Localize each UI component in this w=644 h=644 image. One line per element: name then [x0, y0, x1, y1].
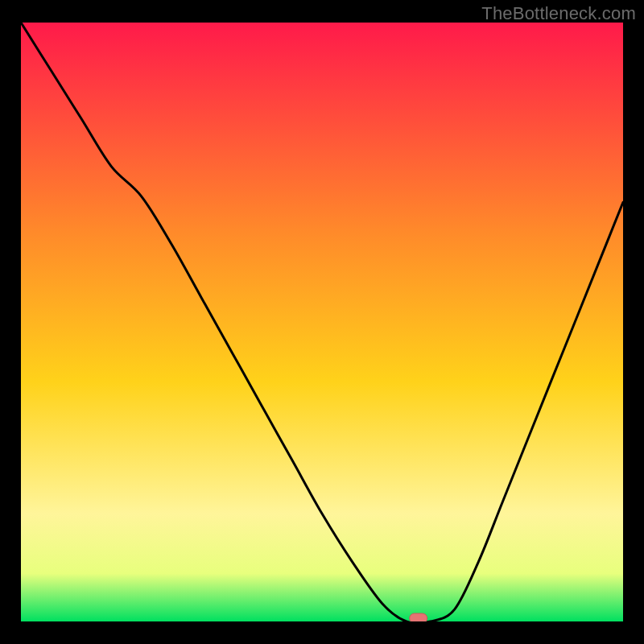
- plot-frame: [21, 23, 623, 621]
- bottleneck-plot: [21, 23, 623, 621]
- chart-container: TheBottleneck.com: [0, 0, 644, 644]
- gradient-background: [21, 23, 623, 621]
- attribution-text: TheBottleneck.com: [481, 3, 636, 24]
- optimal-point-marker: [410, 613, 427, 621]
